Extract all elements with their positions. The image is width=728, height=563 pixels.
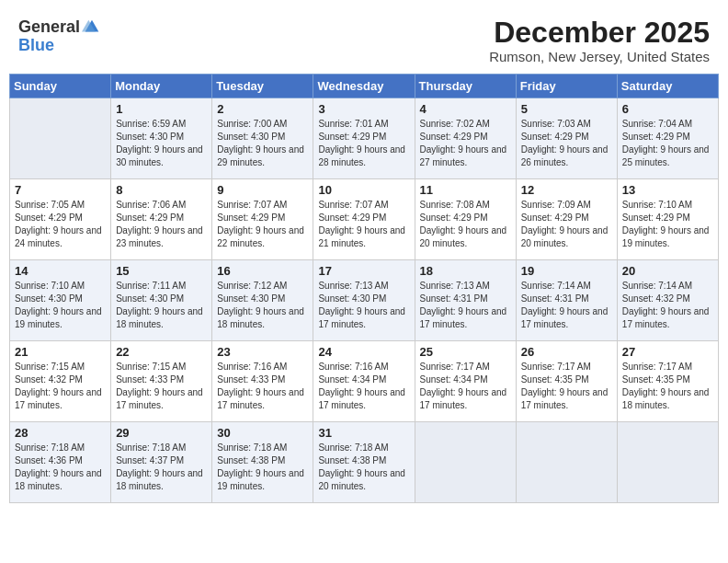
day-number: 18	[420, 264, 511, 278]
calendar-day-cell: 7Sunrise: 7:05 AMSunset: 4:29 PMDaylight…	[10, 179, 111, 260]
calendar-day-cell: 14Sunrise: 7:10 AMSunset: 4:30 PMDayligh…	[10, 260, 111, 341]
day-number: 26	[521, 345, 612, 359]
calendar-day-cell: 28Sunrise: 7:18 AMSunset: 4:36 PMDayligh…	[10, 422, 111, 503]
calendar-day-cell: 17Sunrise: 7:13 AMSunset: 4:30 PMDayligh…	[313, 260, 415, 341]
calendar: SundayMondayTuesdayWednesdayThursdayFrid…	[9, 74, 719, 503]
header: General Blue December 2025 Rumson, New J…	[9, 9, 719, 68]
calendar-week-row: 28Sunrise: 7:18 AMSunset: 4:36 PMDayligh…	[10, 422, 719, 503]
logo: General Blue	[18, 17, 102, 54]
day-number: 1	[116, 102, 207, 116]
day-of-week-header: Friday	[516, 75, 617, 98]
calendar-day-cell: 5Sunrise: 7:03 AMSunset: 4:29 PMDaylight…	[516, 98, 617, 179]
day-number: 24	[318, 345, 409, 359]
day-number: 7	[15, 183, 106, 197]
day-info: Sunrise: 7:06 AMSunset: 4:29 PMDaylight:…	[116, 199, 207, 250]
calendar-day-cell: 1Sunrise: 6:59 AMSunset: 4:30 PMDaylight…	[111, 98, 212, 179]
calendar-day-cell: 26Sunrise: 7:17 AMSunset: 4:35 PMDayligh…	[516, 341, 617, 422]
month-title: December 2025	[489, 17, 710, 49]
day-info: Sunrise: 7:16 AMSunset: 4:33 PMDaylight:…	[217, 361, 308, 412]
day-number: 3	[318, 102, 409, 116]
day-number: 11	[420, 183, 511, 197]
calendar-header-row: SundayMondayTuesdayWednesdayThursdayFrid…	[10, 75, 719, 98]
day-info: Sunrise: 7:17 AMSunset: 4:34 PMDaylight:…	[420, 361, 511, 412]
day-info: Sunrise: 7:00 AMSunset: 4:30 PMDaylight:…	[217, 118, 308, 169]
day-number: 10	[318, 183, 409, 197]
day-info: Sunrise: 7:18 AMSunset: 4:37 PMDaylight:…	[116, 442, 207, 493]
calendar-day-cell: 16Sunrise: 7:12 AMSunset: 4:30 PMDayligh…	[212, 260, 313, 341]
day-number: 31	[318, 426, 409, 440]
calendar-day-cell: 3Sunrise: 7:01 AMSunset: 4:29 PMDaylight…	[313, 98, 415, 179]
day-number: 19	[521, 264, 612, 278]
calendar-day-cell: 15Sunrise: 7:11 AMSunset: 4:30 PMDayligh…	[111, 260, 212, 341]
calendar-day-cell: 22Sunrise: 7:15 AMSunset: 4:33 PMDayligh…	[111, 341, 212, 422]
calendar-day-cell: 12Sunrise: 7:09 AMSunset: 4:29 PMDayligh…	[516, 179, 617, 260]
day-info: Sunrise: 7:08 AMSunset: 4:29 PMDaylight:…	[420, 199, 511, 250]
day-info: Sunrise: 7:13 AMSunset: 4:30 PMDaylight:…	[318, 280, 409, 331]
calendar-day-cell: 2Sunrise: 7:00 AMSunset: 4:30 PMDaylight…	[212, 98, 313, 179]
day-number: 12	[521, 183, 612, 197]
calendar-day-cell: 8Sunrise: 7:06 AMSunset: 4:29 PMDaylight…	[111, 179, 212, 260]
day-number: 25	[420, 345, 511, 359]
day-number: 6	[622, 102, 713, 116]
day-number: 13	[622, 183, 713, 197]
logo-blue-text: Blue	[18, 36, 54, 54]
day-of-week-header: Saturday	[617, 75, 718, 98]
day-info: Sunrise: 7:11 AMSunset: 4:30 PMDaylight:…	[116, 280, 207, 331]
day-info: Sunrise: 7:18 AMSunset: 4:36 PMDaylight:…	[15, 442, 106, 493]
day-info: Sunrise: 7:04 AMSunset: 4:29 PMDaylight:…	[622, 118, 713, 169]
day-number: 28	[15, 426, 106, 440]
day-of-week-header: Sunday	[10, 75, 111, 98]
day-number: 20	[622, 264, 713, 278]
calendar-week-row: 21Sunrise: 7:15 AMSunset: 4:32 PMDayligh…	[10, 341, 719, 422]
day-info: Sunrise: 7:07 AMSunset: 4:29 PMDaylight:…	[217, 199, 308, 250]
day-info: Sunrise: 7:15 AMSunset: 4:33 PMDaylight:…	[116, 361, 207, 412]
calendar-day-cell	[10, 98, 111, 179]
day-number: 17	[318, 264, 409, 278]
logo-general-text: General	[18, 18, 80, 35]
calendar-day-cell: 29Sunrise: 7:18 AMSunset: 4:37 PMDayligh…	[111, 422, 212, 503]
day-info: Sunrise: 7:03 AMSunset: 4:29 PMDaylight:…	[521, 118, 612, 169]
calendar-day-cell	[415, 422, 516, 503]
calendar-day-cell: 23Sunrise: 7:16 AMSunset: 4:33 PMDayligh…	[212, 341, 313, 422]
day-number: 30	[217, 426, 308, 440]
calendar-day-cell	[617, 422, 718, 503]
day-info: Sunrise: 7:07 AMSunset: 4:29 PMDaylight:…	[318, 199, 409, 250]
day-info: Sunrise: 7:13 AMSunset: 4:31 PMDaylight:…	[420, 280, 511, 331]
calendar-day-cell: 30Sunrise: 7:18 AMSunset: 4:38 PMDayligh…	[212, 422, 313, 503]
calendar-day-cell: 25Sunrise: 7:17 AMSunset: 4:34 PMDayligh…	[415, 341, 516, 422]
day-info: Sunrise: 7:18 AMSunset: 4:38 PMDaylight:…	[217, 442, 308, 493]
day-number: 21	[15, 345, 106, 359]
calendar-day-cell: 11Sunrise: 7:08 AMSunset: 4:29 PMDayligh…	[415, 179, 516, 260]
day-number: 9	[217, 183, 308, 197]
calendar-week-row: 7Sunrise: 7:05 AMSunset: 4:29 PMDaylight…	[10, 179, 719, 260]
day-number: 15	[116, 264, 207, 278]
calendar-day-cell: 4Sunrise: 7:02 AMSunset: 4:29 PMDaylight…	[415, 98, 516, 179]
title-block: December 2025 Rumson, New Jersey, United…	[489, 17, 710, 64]
day-info: Sunrise: 7:17 AMSunset: 4:35 PMDaylight:…	[521, 361, 612, 412]
calendar-day-cell	[516, 422, 617, 503]
calendar-day-cell: 27Sunrise: 7:17 AMSunset: 4:35 PMDayligh…	[617, 341, 718, 422]
day-number: 5	[521, 102, 612, 116]
day-number: 4	[420, 102, 511, 116]
day-of-week-header: Wednesday	[313, 75, 415, 98]
calendar-day-cell: 31Sunrise: 7:18 AMSunset: 4:38 PMDayligh…	[313, 422, 415, 503]
day-info: Sunrise: 7:14 AMSunset: 4:32 PMDaylight:…	[622, 280, 713, 331]
calendar-week-row: 1Sunrise: 6:59 AMSunset: 4:30 PMDaylight…	[10, 98, 719, 179]
day-info: Sunrise: 7:14 AMSunset: 4:31 PMDaylight:…	[521, 280, 612, 331]
day-number: 14	[15, 264, 106, 278]
calendar-day-cell: 18Sunrise: 7:13 AMSunset: 4:31 PMDayligh…	[415, 260, 516, 341]
calendar-day-cell: 10Sunrise: 7:07 AMSunset: 4:29 PMDayligh…	[313, 179, 415, 260]
day-number: 29	[116, 426, 207, 440]
day-info: Sunrise: 7:05 AMSunset: 4:29 PMDaylight:…	[15, 199, 106, 250]
day-info: Sunrise: 6:59 AMSunset: 4:30 PMDaylight:…	[116, 118, 207, 169]
calendar-day-cell: 24Sunrise: 7:16 AMSunset: 4:34 PMDayligh…	[313, 341, 415, 422]
day-info: Sunrise: 7:16 AMSunset: 4:34 PMDaylight:…	[318, 361, 409, 412]
calendar-day-cell: 6Sunrise: 7:04 AMSunset: 4:29 PMDaylight…	[617, 98, 718, 179]
day-of-week-header: Thursday	[415, 75, 516, 98]
calendar-day-cell: 20Sunrise: 7:14 AMSunset: 4:32 PMDayligh…	[617, 260, 718, 341]
location-title: Rumson, New Jersey, United States	[489, 49, 710, 64]
day-number: 22	[116, 345, 207, 359]
day-number: 27	[622, 345, 713, 359]
day-of-week-header: Tuesday	[212, 75, 313, 98]
day-info: Sunrise: 7:18 AMSunset: 4:38 PMDaylight:…	[318, 442, 409, 493]
